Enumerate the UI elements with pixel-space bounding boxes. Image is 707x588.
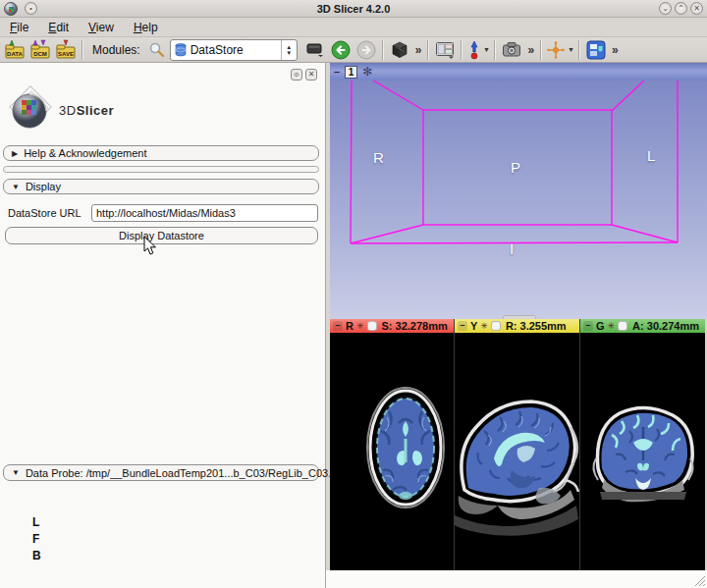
pin-icon[interactable]: – (583, 321, 593, 331)
slice-menu-icon[interactable] (367, 321, 377, 331)
load-dicom-button[interactable]: DCM (28, 38, 52, 62)
maximize-button[interactable]: ⌃ (675, 2, 687, 15)
overflow-chevron[interactable]: » (612, 43, 619, 57)
slice-view-label: Y (470, 320, 477, 332)
forward-arrow-icon (356, 40, 376, 60)
threed-viewport[interactable]: R P L I (330, 80, 707, 319)
undock-panel-button[interactable]: ⌯ (291, 69, 302, 80)
data-probe-section[interactable]: ▼ Data Probe: /tmp/__BundleLoadTemp201..… (3, 464, 319, 481)
module-history-button[interactable] (303, 38, 327, 62)
extensions-icon (586, 40, 606, 60)
camera-icon (502, 41, 521, 58)
mouse-cursor (143, 236, 157, 256)
svg-text:DCM: DCM (33, 50, 47, 56)
module-back-button[interactable] (329, 38, 353, 62)
module-search-button[interactable] (145, 38, 169, 62)
collapsed-arrow-icon: ▶ (12, 149, 18, 158)
screen-icon (306, 43, 324, 57)
resize-grip-icon[interactable] (693, 574, 706, 587)
toolbar-separator (427, 40, 429, 60)
toolbar-separator (494, 40, 496, 60)
search-icon (148, 41, 166, 59)
pin-icon[interactable]: – (333, 321, 343, 331)
dropdown-arrow-icon: ▼ (483, 46, 490, 53)
data-probe-layers: L F B (32, 514, 41, 564)
place-fiducial-icon (467, 40, 481, 60)
expanded-arrow-icon: ▼ (12, 468, 20, 477)
close-button[interactable]: ✕ (690, 2, 703, 15)
load-data-icon: DATA (4, 39, 26, 61)
menu-view[interactable]: View (79, 19, 124, 36)
status-strip (326, 570, 707, 588)
pin-icon[interactable]: – (334, 66, 340, 78)
orientation-label-r: R (373, 149, 384, 166)
display-section-label: Display (26, 181, 61, 192)
module-selected-value: DataStore (190, 43, 281, 57)
orientation-label-l: L (647, 147, 655, 164)
threed-view-controller-bar: – 1 ✻ (330, 63, 707, 80)
visibility-icon[interactable]: ✳ (480, 321, 488, 331)
overflow-chevron[interactable]: » (527, 43, 534, 57)
view-3d-cube-button[interactable] (388, 38, 411, 62)
green-slice-controller-bar: – G ✳ A: 30.274mm (580, 319, 705, 333)
slice-offset-value: S: 32.278mm (382, 320, 448, 332)
probe-layer-label: B (32, 548, 41, 564)
slice-view-label: G (596, 320, 605, 332)
close-panel-button[interactable]: ✕ (305, 69, 317, 80)
modules-label: Modules: (92, 43, 140, 57)
axial-brain-image (330, 333, 454, 570)
yellow-slice-view: – Y ✳ R: 3.255mm (454, 319, 579, 570)
minimize-button[interactable]: ⌄ (659, 2, 672, 15)
gear-icon[interactable]: ✻ (362, 66, 372, 78)
toolbar-separator (578, 40, 580, 60)
app-icon (4, 2, 18, 16)
visibility-icon[interactable]: ✳ (608, 321, 616, 331)
visibility-icon[interactable]: ✳ (356, 321, 364, 331)
yellow-slice-controller-bar: – Y ✳ R: 3.255mm (455, 319, 579, 333)
dropdown-arrow-icon: ▼ (568, 46, 574, 53)
menu-edit[interactable]: Edit (38, 19, 79, 36)
title-bar: 3D Slicer 4.2.0 • ⌄ ⌃ ✕ (0, 0, 707, 18)
slice-menu-icon[interactable] (491, 321, 501, 331)
coronal-slice-viewport[interactable] (580, 333, 705, 570)
module-panel: ⌯ ✕ 3DSlicer ▶ Help & Acknowle (0, 63, 326, 588)
screenshot-button[interactable] (500, 38, 523, 62)
module-selector-combobox[interactable]: DataStore ▲▼ (170, 39, 298, 61)
menu-file[interactable]: File (0, 19, 38, 36)
slice-offset-value: A: 30.274mm (632, 320, 699, 332)
module-spinner[interactable]: ▲▼ (281, 40, 297, 60)
menu-help[interactable]: Help (124, 19, 168, 36)
menu-bar: File Edit View Help (0, 18, 707, 37)
datastore-url-input[interactable] (91, 204, 318, 222)
help-section-label: Help & Acknowledgement (24, 147, 146, 159)
mouse-mode-button[interactable]: ▼ (466, 38, 490, 62)
display-datastore-button[interactable]: Display Datastore (5, 227, 318, 244)
crosshair-button[interactable]: ▼ (546, 38, 574, 62)
save-button[interactable]: SAVE (54, 38, 78, 62)
green-slice-view: – G ✳ A: 30.274mm (579, 319, 705, 570)
svg-text:SAVE: SAVE (58, 50, 74, 56)
extensions-manager-button[interactable] (584, 38, 608, 62)
toolbar-separator (82, 40, 83, 60)
help-acknowledgement-section[interactable]: ▶ Help & Acknowledgement (3, 145, 319, 161)
main-toolbar: DATA DCM SAVE Modules: (0, 37, 707, 63)
overflow-chevron[interactable]: » (415, 43, 422, 57)
load-data-button[interactable]: DATA (3, 38, 27, 62)
sagittal-slice-viewport[interactable] (455, 333, 579, 570)
slice-offset-value: R: 3.255mm (506, 320, 567, 332)
pin-icon[interactable]: – (458, 321, 467, 331)
sagittal-brain-image (455, 333, 579, 570)
module-forward-button[interactable] (354, 38, 378, 62)
shade-window-button[interactable]: • (25, 2, 37, 15)
data-probe-label: Data Probe: /tmp/__BundleLoadTemp201...b… (26, 467, 355, 479)
slicer-logo-text: 3DSlicer (59, 103, 114, 118)
back-arrow-icon (331, 40, 351, 60)
load-dicom-icon: DCM (29, 39, 51, 61)
slicer-logo-icon (6, 84, 53, 135)
slice-menu-icon[interactable] (618, 321, 627, 331)
view-name-badge: 1 (345, 66, 357, 79)
display-section[interactable]: ▼ Display (3, 179, 319, 194)
toolbar-separator (382, 40, 384, 60)
layout-selector-button[interactable] (433, 38, 457, 62)
axial-slice-viewport[interactable] (330, 333, 454, 570)
